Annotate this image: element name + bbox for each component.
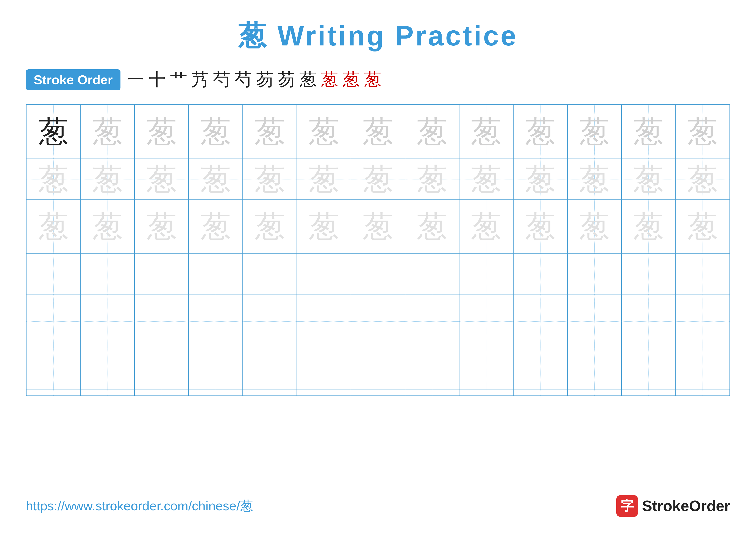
grid-cell[interactable]: 葱 xyxy=(80,105,134,159)
grid-cell[interactable] xyxy=(189,342,243,396)
grid-cell[interactable] xyxy=(351,294,405,348)
grid-cell[interactable] xyxy=(189,294,243,348)
grid-cell[interactable] xyxy=(567,247,622,301)
grid-cell[interactable] xyxy=(513,294,567,348)
grid-cell[interactable] xyxy=(459,342,513,396)
grid-cell[interactable]: 葱 xyxy=(243,105,297,159)
grid-cell[interactable]: 葱 xyxy=(405,105,459,159)
grid-cell[interactable] xyxy=(676,342,730,396)
grid-cell[interactable]: 葱 xyxy=(297,152,351,206)
stroke-sequence: 一 十 艹 艿 芍 芍 芴 芴 葱 葱 葱 葱 xyxy=(127,68,381,91)
grid-cell[interactable]: 葱 xyxy=(459,199,513,254)
grid-cell[interactable] xyxy=(134,294,189,348)
grid-cell[interactable] xyxy=(622,342,676,396)
stroke-order-badge: Stroke Order xyxy=(26,69,121,90)
page-title: 葱 Writing Practice xyxy=(26,17,730,55)
grid-cell[interactable] xyxy=(80,247,134,301)
grid-cell[interactable]: 葱 xyxy=(676,199,730,254)
grid-cell[interactable]: 葱 xyxy=(622,152,676,206)
grid-cell[interactable]: 葱 xyxy=(134,199,189,254)
grid-cell[interactable]: 葱 xyxy=(80,152,134,206)
footer: https://www.strokeorder.com/chinese/葱 字 … xyxy=(26,495,730,517)
stroke-9: 葱 xyxy=(299,68,316,91)
grid-cell[interactable] xyxy=(297,247,351,301)
grid-cell[interactable]: 葱 xyxy=(567,199,622,254)
stroke-8: 芴 xyxy=(278,68,295,91)
footer-url: https://www.strokeorder.com/chinese/葱 xyxy=(26,497,253,515)
stroke-5: 芍 xyxy=(213,68,230,91)
grid-cell[interactable]: 葱 xyxy=(26,199,80,254)
grid-cell[interactable]: 葱 xyxy=(26,105,80,159)
grid-cell[interactable]: 葱 xyxy=(676,105,730,159)
grid-cell[interactable] xyxy=(243,247,297,301)
grid-cell[interactable] xyxy=(243,342,297,396)
practice-grid: 葱葱葱葱葱葱葱葱葱葱葱葱葱葱葱葱葱葱葱葱葱葱葱葱葱葱葱葱葱葱葱葱葱葱葱葱葱葱葱 xyxy=(26,104,730,390)
grid-cell[interactable] xyxy=(513,247,567,301)
grid-cell[interactable]: 葱 xyxy=(405,152,459,206)
grid-cell[interactable] xyxy=(351,247,405,301)
grid-cell[interactable]: 葱 xyxy=(459,152,513,206)
stroke-12: 葱 xyxy=(364,68,381,91)
stroke-2: 十 xyxy=(148,68,166,91)
grid-cell[interactable]: 葱 xyxy=(351,199,405,254)
grid-cell[interactable] xyxy=(189,247,243,301)
stroke-order-row: Stroke Order 一 十 艹 艿 芍 芍 芴 芴 葱 葱 葱 葱 xyxy=(26,68,730,91)
grid-cell[interactable]: 葱 xyxy=(297,105,351,159)
grid-cell[interactable] xyxy=(134,247,189,301)
logo-icon: 字 xyxy=(616,495,638,517)
grid-cell[interactable]: 葱 xyxy=(351,152,405,206)
footer-logo: 字 StrokeOrder xyxy=(616,495,730,517)
grid-cell[interactable]: 葱 xyxy=(567,152,622,206)
grid-cell[interactable] xyxy=(297,342,351,396)
grid-cell[interactable]: 葱 xyxy=(622,105,676,159)
stroke-3: 艹 xyxy=(170,68,187,91)
grid-cell[interactable] xyxy=(26,342,80,396)
grid-cell[interactable]: 葱 xyxy=(80,199,134,254)
stroke-1: 一 xyxy=(127,68,144,91)
stroke-4: 艿 xyxy=(192,68,209,91)
grid-cell[interactable] xyxy=(405,247,459,301)
grid-cell[interactable]: 葱 xyxy=(676,152,730,206)
grid-cell[interactable] xyxy=(676,294,730,348)
grid-cell[interactable] xyxy=(26,294,80,348)
grid-cell[interactable]: 葱 xyxy=(513,152,567,206)
grid-cell[interactable] xyxy=(243,294,297,348)
grid-cell[interactable] xyxy=(513,342,567,396)
stroke-6: 芍 xyxy=(235,68,252,91)
grid-cell[interactable]: 葱 xyxy=(513,105,567,159)
grid-cell[interactable]: 葱 xyxy=(351,105,405,159)
grid-cell[interactable]: 葱 xyxy=(189,152,243,206)
grid-cell[interactable] xyxy=(405,294,459,348)
stroke-7: 芴 xyxy=(256,68,274,91)
grid-cell[interactable] xyxy=(297,294,351,348)
grid-cell[interactable]: 葱 xyxy=(243,152,297,206)
grid-cell[interactable] xyxy=(567,294,622,348)
grid-cell[interactable]: 葱 xyxy=(405,199,459,254)
grid-cell[interactable]: 葱 xyxy=(189,199,243,254)
grid-cell[interactable] xyxy=(80,294,134,348)
grid-cell[interactable]: 葱 xyxy=(622,199,676,254)
badge-label: Stroke Order xyxy=(34,73,113,87)
grid-cell[interactable] xyxy=(622,247,676,301)
grid-cell[interactable] xyxy=(622,294,676,348)
grid-cell[interactable] xyxy=(80,342,134,396)
grid-cell[interactable] xyxy=(26,247,80,301)
grid-cell[interactable]: 葱 xyxy=(459,105,513,159)
stroke-10: 葱 xyxy=(321,68,338,91)
grid-cell[interactable]: 葱 xyxy=(134,152,189,206)
grid-cell[interactable]: 葱 xyxy=(567,105,622,159)
grid-cell[interactable]: 葱 xyxy=(26,152,80,206)
grid-cell[interactable] xyxy=(459,294,513,348)
grid-cell[interactable]: 葱 xyxy=(513,199,567,254)
grid-cell[interactable] xyxy=(134,342,189,396)
grid-cell[interactable]: 葱 xyxy=(189,105,243,159)
grid-cell[interactable] xyxy=(351,342,405,396)
grid-cell[interactable] xyxy=(676,247,730,301)
grid-cell[interactable] xyxy=(567,342,622,396)
grid-cell[interactable]: 葱 xyxy=(243,199,297,254)
grid-cell[interactable]: 葱 xyxy=(134,105,189,159)
grid-cell[interactable] xyxy=(459,247,513,301)
grid-cell[interactable]: 葱 xyxy=(297,199,351,254)
stroke-11: 葱 xyxy=(342,68,360,91)
grid-cell[interactable] xyxy=(405,342,459,396)
